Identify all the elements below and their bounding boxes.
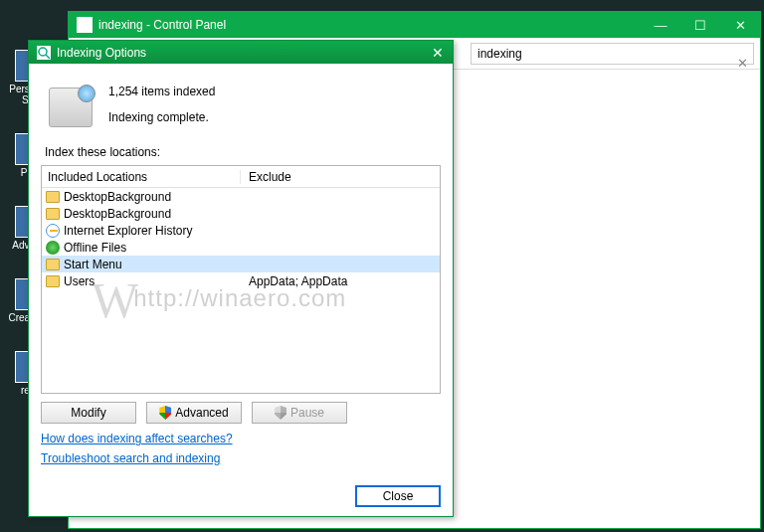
list-row[interactable]: DesktopBackground [42, 188, 440, 205]
minimize-button[interactable]: — [641, 12, 680, 38]
help-link-troubleshoot[interactable]: Troubleshoot search and indexing [41, 451, 220, 465]
list-row[interactable]: Internet Explorer History [42, 222, 440, 239]
window-controls: — ☐ ✕ [641, 12, 760, 38]
clear-search-icon[interactable]: ✕ [737, 56, 748, 71]
shield-icon [159, 406, 171, 420]
list-header: Included Locations Exclude [42, 166, 440, 188]
column-included[interactable]: Included Locations [42, 170, 241, 184]
location-name: DesktopBackground [64, 190, 171, 204]
dialog-title: Indexing Options [57, 46, 423, 60]
location-name: Start Menu [64, 258, 122, 271]
location-name: Internet Explorer History [64, 224, 192, 238]
location-name: Offline Files [64, 241, 126, 255]
list-row[interactable]: UsersAppData; AppData [42, 272, 440, 289]
search-input[interactable] [471, 43, 754, 65]
folder-icon [46, 191, 60, 203]
window-icon [77, 17, 93, 33]
window-title: indexing - Control Panel [98, 18, 641, 32]
list-row[interactable]: Start Menu [42, 256, 440, 272]
modify-button[interactable]: Modify [41, 402, 136, 424]
list-row[interactable]: DesktopBackground [42, 205, 440, 222]
control-panel-titlebar[interactable]: indexing - Control Panel — ☐ ✕ [69, 12, 760, 38]
list-row[interactable]: Offline Files [42, 239, 440, 256]
close-button[interactable]: ✕ [720, 12, 760, 38]
offline-icon [46, 241, 60, 255]
pause-button: Pause [252, 402, 347, 424]
column-exclude[interactable]: Exclude [241, 170, 440, 184]
exclude-value: AppData; AppData [241, 274, 440, 288]
indexing-icon [37, 46, 51, 60]
location-name: Users [64, 274, 95, 288]
indexing-options-dialog: Indexing Options ✕ 1,254 items indexed I… [28, 40, 454, 517]
help-link-indexing-searches[interactable]: How does indexing affect searches? [41, 432, 233, 445]
shield-icon [275, 406, 286, 420]
folder-icon [46, 259, 60, 270]
locations-label: Index these locations: [45, 145, 441, 159]
location-name: DesktopBackground [64, 207, 171, 221]
close-button[interactable]: Close [355, 485, 441, 507]
maximize-button[interactable]: ☐ [680, 12, 720, 38]
status-section: 1,254 items indexed Indexing complete. [41, 74, 441, 143]
indexed-count: 1,254 items indexed [108, 82, 215, 101]
drive-icon [49, 88, 93, 127]
folder-icon [46, 208, 60, 220]
locations-listbox[interactable]: Included Locations Exclude DesktopBackgr… [41, 165, 441, 394]
dialog-titlebar[interactable]: Indexing Options ✕ [29, 41, 453, 64]
folder-icon [46, 275, 60, 287]
indexing-status: Indexing complete. [108, 107, 215, 127]
dialog-close-button[interactable]: ✕ [423, 41, 453, 64]
ie-icon [46, 224, 60, 238]
advanced-button[interactable]: Advanced [146, 402, 242, 424]
